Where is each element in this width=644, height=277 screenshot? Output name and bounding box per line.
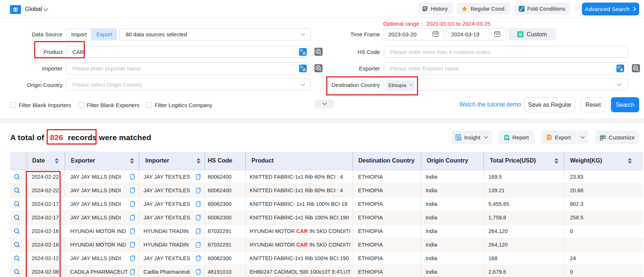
svg-text:A: A xyxy=(303,51,306,55)
svg-text:BI: BI xyxy=(459,138,461,140)
svg-text:⌘: ⌘ xyxy=(518,32,522,37)
svg-text:A: A xyxy=(620,68,623,72)
svg-text:A: A xyxy=(303,68,306,72)
